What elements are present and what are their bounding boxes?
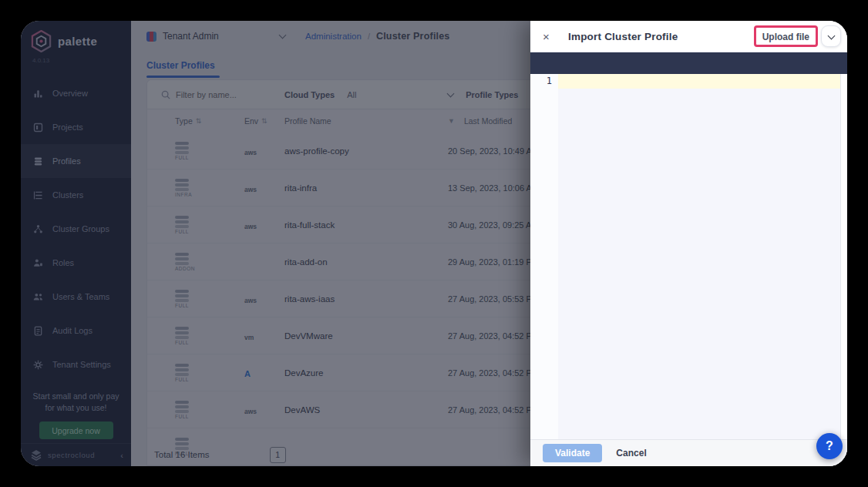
- editor-scrollbar[interactable]: [840, 74, 847, 439]
- drawer-title: Import Cluster Profile: [568, 31, 754, 42]
- yaml-editor[interactable]: 1: [530, 74, 847, 439]
- screen: palette 4.0.13 Overview Projects Profile…: [0, 0, 868, 487]
- editor-active-line[interactable]: [558, 74, 840, 89]
- drawer-header: × Import Cluster Profile Upload file: [530, 21, 847, 52]
- close-icon[interactable]: ×: [543, 30, 558, 43]
- upload-file-button[interactable]: Upload file: [762, 32, 809, 42]
- validate-button[interactable]: Validate: [543, 444, 602, 462]
- editor-gutter: 1: [530, 74, 558, 439]
- line-number: 1: [530, 76, 552, 86]
- drawer-footer: Validate Cancel: [530, 439, 847, 466]
- app-window: palette 4.0.13 Overview Projects Profile…: [21, 21, 847, 466]
- editor-toolbar: [530, 52, 847, 74]
- import-cluster-profile-drawer: × Import Cluster Profile Upload file 1 V…: [530, 21, 847, 466]
- help-button[interactable]: ?: [816, 433, 843, 459]
- upload-options-dropdown-button[interactable]: [821, 25, 841, 47]
- chevron-down-icon: [827, 32, 835, 39]
- cancel-button[interactable]: Cancel: [616, 448, 646, 458]
- upload-file-highlight-box: Upload file: [754, 25, 818, 47]
